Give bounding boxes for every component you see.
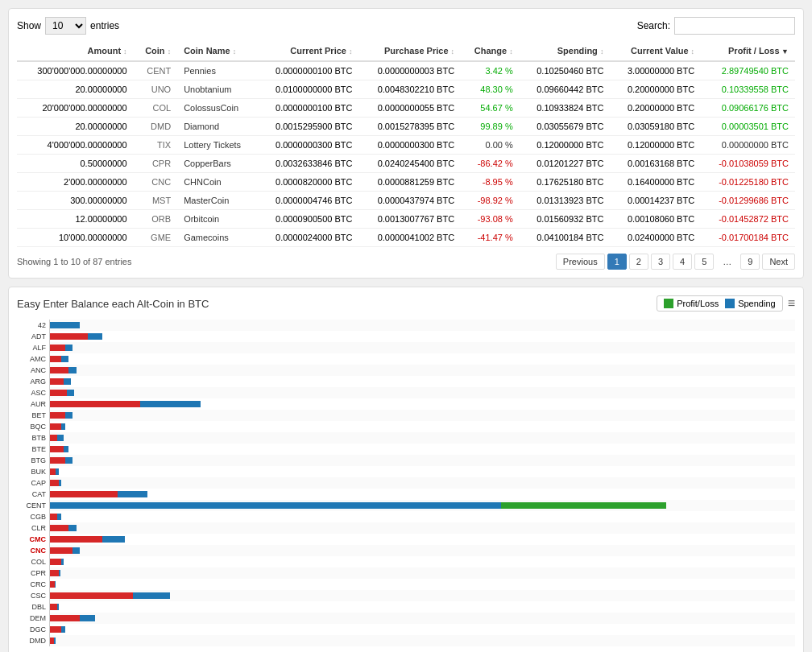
table-row: 0.50000000 CPR CopperBars 0.0032633846 B… <box>17 155 795 173</box>
cell-current-price: 0.0015295900 BTC <box>257 118 359 136</box>
bar-blue <box>50 502 501 509</box>
bar-red <box>50 638 54 644</box>
showing-text: Showing 1 to 10 of 87 entries <box>17 257 131 266</box>
chart-label: ARG <box>17 376 49 387</box>
cell-current-price: 0.0032633846 BTC <box>257 155 359 173</box>
cell-current-value: 0.00108060 BTC <box>610 210 701 229</box>
search-box: Search: <box>637 17 795 35</box>
col-amount[interactable]: Amount ↕ <box>17 41 134 61</box>
chart-bar-row <box>50 466 795 477</box>
bar-red <box>50 401 140 407</box>
cell-purchase-price: 0.0000437974 BTC <box>359 192 462 210</box>
table-row: 300'000'000.00000000 CENT Pennies 0.0000… <box>17 61 795 80</box>
col-spending[interactable]: Spending ↕ <box>520 41 611 61</box>
cell-name: Orbitcoin <box>177 210 257 229</box>
cell-profit-loss: -0.01225180 BTC <box>701 173 795 192</box>
chart-label: CENT <box>17 500 49 511</box>
page-4-button[interactable]: 4 <box>673 254 692 270</box>
cell-spending: 0.01560932 BTC <box>520 210 611 229</box>
table-row: 20.00000000 UNO Unobtanium 0.0100000000 … <box>17 80 795 99</box>
cell-amount: 300.00000000 <box>17 192 134 210</box>
bar-red <box>50 468 56 475</box>
cell-amount: 4'000'000.00000000 <box>17 136 134 155</box>
col-change[interactable]: Change ↕ <box>461 41 520 61</box>
cell-change: 3.42 % <box>461 61 520 80</box>
legend-spending: Spending <box>725 299 776 308</box>
chart-bar-row <box>50 522 795 534</box>
bar-red <box>50 435 57 441</box>
chart-bar-row <box>50 556 795 567</box>
chart-bar-row <box>50 410 795 421</box>
cell-coin: ORB <box>134 210 178 229</box>
col-coin[interactable]: Coin ↕ <box>134 41 178 61</box>
table-row: 4'000'000.00000000 TIX Lottery Tickets 0… <box>17 136 795 155</box>
cell-profit-loss: 2.89749540 BTC <box>701 61 795 80</box>
cell-amount: 20'000'000.00000000 <box>17 99 134 118</box>
bar-red <box>50 480 59 486</box>
table-row: 10'000.00000000 GME Gamecoins 0.00000240… <box>17 229 795 247</box>
chart-label: AUR <box>17 398 49 410</box>
cell-change: 0.00 % <box>461 136 520 155</box>
chart-label: ANC <box>17 365 49 376</box>
page-1-button[interactable]: 1 <box>607 254 627 270</box>
chart-bar-row <box>50 545 795 556</box>
cell-amount: 0.50000000 <box>17 155 134 173</box>
cell-profit-loss: 0.00000000 BTC <box>701 136 795 155</box>
cell-name: Diamond <box>177 118 257 136</box>
bar-red <box>50 525 68 531</box>
chart-bar-row <box>50 376 795 387</box>
profit-color-dot <box>664 299 673 308</box>
cell-purchase-price: 0.0000041002 BTC <box>359 229 462 247</box>
cell-spending: 0.03055679 BTC <box>520 118 611 136</box>
bar-red <box>50 581 55 588</box>
cell-name: Lottery Tickets <box>177 136 257 155</box>
cell-purchase-price: 0.0240245400 BTC <box>359 155 462 173</box>
chart-label: CAP <box>17 477 49 489</box>
bar-red <box>50 514 57 520</box>
chart-bar-row <box>50 421 795 432</box>
cell-current-value: 0.02400000 BTC <box>610 229 701 247</box>
cell-profit-loss: -0.01038059 BTC <box>701 155 795 173</box>
chart-label: BTE <box>17 444 49 455</box>
chart-label: CMC <box>17 534 49 545</box>
bar-red <box>50 615 80 621</box>
chart-bar-row <box>50 534 795 545</box>
page-5-button[interactable]: 5 <box>694 254 714 270</box>
cell-name: CHNCoin <box>177 173 257 192</box>
col-current-price[interactable]: Current Price ↕ <box>257 41 359 61</box>
chart-bar-row <box>50 320 795 331</box>
search-input[interactable] <box>674 17 795 35</box>
col-current-value[interactable]: Current Value ↕ <box>610 41 701 61</box>
cell-current-price: 0.0000820000 BTC <box>257 173 359 192</box>
page-3-button[interactable]: 3 <box>651 254 670 270</box>
cell-spending: 0.04100184 BTC <box>520 229 611 247</box>
col-profit-loss[interactable]: Profit / Loss <box>701 41 795 61</box>
chart-label: BTB <box>17 432 49 444</box>
cell-spending: 0.09660442 BTC <box>520 80 611 99</box>
cell-current-value: 0.03059180 BTC <box>610 118 701 136</box>
chart-legend: Profit/Loss Spending <box>657 295 782 312</box>
cell-spending: 0.17625180 BTC <box>520 173 611 192</box>
next-button[interactable]: Next <box>762 254 795 270</box>
bar-red <box>50 378 64 385</box>
cell-purchase-price: 0.0048302210 BTC <box>359 80 462 99</box>
col-name[interactable]: Coin Name ↕ <box>177 41 257 61</box>
cell-name: MasterCoin <box>177 192 257 210</box>
entries-select[interactable]: 10 25 50 100 <box>45 17 86 35</box>
cell-current-value: 0.16400000 BTC <box>610 173 701 192</box>
chart-bars <box>49 320 795 646</box>
cell-coin: GME <box>134 229 178 247</box>
cell-name: Pennies <box>177 61 257 80</box>
prev-button[interactable]: Previous <box>556 254 605 270</box>
cell-purchase-price: 0.0000881259 BTC <box>359 173 462 192</box>
search-label: Search: <box>637 20 670 31</box>
cell-current-price: 0.0000000100 BTC <box>257 61 359 80</box>
page-9-button[interactable]: 9 <box>740 254 760 270</box>
page-2-button[interactable]: 2 <box>629 254 648 270</box>
legend-spending-label: Spending <box>738 299 776 308</box>
cell-name: ColossusCoin <box>177 99 257 118</box>
cell-coin: COL <box>134 99 178 118</box>
cell-spending: 0.10250460 BTC <box>520 61 611 80</box>
chart-menu-icon[interactable]: ≡ <box>788 296 795 311</box>
col-purchase-price[interactable]: Purchase Price ↕ <box>359 41 462 61</box>
